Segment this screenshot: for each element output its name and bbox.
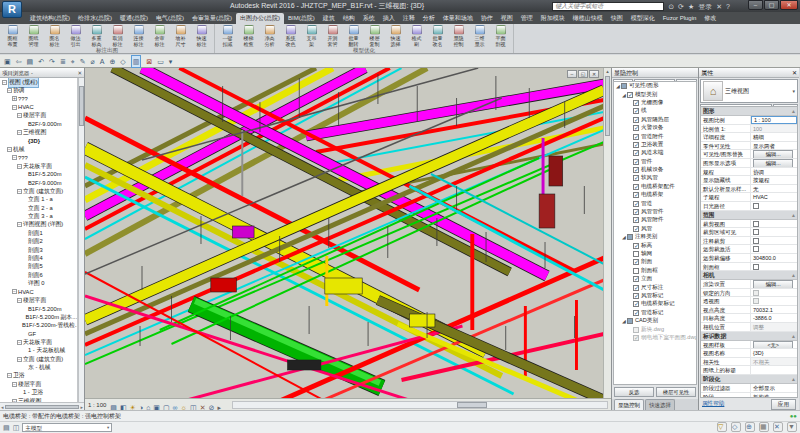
viewport-vertical-scrollbar[interactable]: ▴ xyxy=(603,68,611,398)
view-window-button[interactable]: ◱ xyxy=(578,70,588,78)
panel-tab[interactable]: 显隐控制 xyxy=(614,399,644,410)
visibility-tree-item[interactable]: 立面 xyxy=(614,275,696,283)
ribbon-tab[interactable]: 分析 xyxy=(419,13,439,24)
expand-icon[interactable]: − xyxy=(12,155,17,160)
ribbon-tab[interactable]: 附加模块 xyxy=(537,13,569,24)
ribbon-button[interactable]: 开洞套管 xyxy=(322,25,343,47)
ribbon-tab[interactable]: 橄榄山快模 xyxy=(569,13,607,24)
checkbox[interactable] xyxy=(633,117,639,123)
status-icon[interactable]: ▤ xyxy=(3,424,10,432)
visibility-tree-item[interactable]: 火警设备 xyxy=(614,124,696,132)
viewport-horizontal-scrollbar[interactable] xyxy=(232,401,608,409)
visibility-tree-item[interactable]: 光栅图像 xyxy=(614,99,696,107)
browser-tree-item[interactable]: 详图 0 xyxy=(0,279,77,287)
ribbon-button[interactable]: 取消标注 xyxy=(107,25,128,47)
ribbon-tab[interactable]: Fuzor Plugin xyxy=(659,13,701,24)
ribbon-button[interactable]: 楼层复制 xyxy=(364,25,385,47)
floor-visibility-button[interactable]: 楼层可见性 xyxy=(656,387,696,397)
workset-combo[interactable]: 主模型▾ xyxy=(22,423,112,432)
ribbon-button[interactable]: 支吊架 xyxy=(301,25,322,47)
visibility-tree-item[interactable]: 弱电地下室平面图.dwg xyxy=(614,334,696,342)
visibility-tree-item[interactable]: ◢CAD类别 xyxy=(614,317,696,325)
expand-icon[interactable]: − xyxy=(7,373,12,378)
search-input[interactable] xyxy=(552,2,664,11)
visibility-tree-item[interactable]: 管道附件 xyxy=(614,132,696,140)
checkbox[interactable] xyxy=(633,125,639,131)
expand-icon[interactable]: − xyxy=(7,88,12,93)
browser-tree-item[interactable]: −天花板平面 xyxy=(0,162,77,170)
checkbox[interactable] xyxy=(621,83,627,89)
qat-icon[interactable]: ▭ xyxy=(157,56,164,67)
property-section-header[interactable]: 相机▴ xyxy=(701,271,797,280)
ribbon-button[interactable]: 批量改名 xyxy=(427,25,448,47)
close-icon[interactable]: ✕ xyxy=(77,68,82,77)
visibility-tree-item[interactable]: 电缆桥架配件 xyxy=(614,183,696,191)
visibility-tree-item[interactable]: 剖面框 xyxy=(614,267,696,275)
visibility-tree-item[interactable]: 卫浴装置 xyxy=(614,141,696,149)
favorites-icon[interactable]: ★ xyxy=(688,2,694,11)
ribbon-tab[interactable]: 建筑 xyxy=(319,13,339,24)
edit-button[interactable]: 编辑... xyxy=(753,159,794,167)
ribbon-button[interactable]: 系统改色 xyxy=(280,25,301,47)
checkbox[interactable] xyxy=(633,142,639,148)
ribbon-button[interactable]: 连接标注 xyxy=(128,25,149,47)
expand-icon[interactable]: − xyxy=(17,164,22,169)
minimize-button[interactable]: – xyxy=(748,0,763,10)
ribbon-tab[interactable]: 体量和场地 xyxy=(439,13,477,24)
property-value[interactable] xyxy=(751,366,797,374)
a360-icon[interactable]: ✕ xyxy=(716,2,722,11)
ribbon-button[interactable]: 快速标注 xyxy=(191,25,212,47)
visibility-tree-item[interactable]: 新块.dwg xyxy=(614,325,696,333)
qat-icon[interactable]: ⇦ xyxy=(16,56,22,67)
checkbox[interactable] xyxy=(633,217,639,223)
checkbox[interactable] xyxy=(627,318,633,324)
property-section-header[interactable]: 图形▴ xyxy=(701,107,797,116)
browser-tree-item[interactable]: +??? xyxy=(0,95,77,103)
qat-icon[interactable]: ▣ xyxy=(4,56,11,67)
property-input[interactable]: 1 : 100 xyxy=(751,116,797,124)
visibility-tree-item[interactable]: 软风管 xyxy=(614,174,696,182)
view-window-button[interactable]: – xyxy=(567,70,577,78)
search-icon[interactable]: ⊙ xyxy=(668,2,674,11)
visibility-tree-item[interactable]: 尺寸标注 xyxy=(614,283,696,291)
checkbox[interactable] xyxy=(753,221,759,227)
expand-icon[interactable]: − xyxy=(12,105,17,110)
checkbox[interactable] xyxy=(633,301,639,307)
checkbox[interactable] xyxy=(753,229,759,235)
qat-icon[interactable]: ▤ xyxy=(27,56,34,67)
visibility-tree-item[interactable]: 电缆桥架标记 xyxy=(614,300,696,308)
property-section-header[interactable]: 标识数据▴ xyxy=(701,332,797,341)
browser-tree-item[interactable]: B1F/-5.200m-管线检... xyxy=(0,321,77,329)
filter-icon[interactable]: ▽ xyxy=(717,422,727,432)
ribbon-button[interactable]: 做法引出 xyxy=(65,25,86,47)
ribbon-button[interactable]: 平面剖视 xyxy=(490,25,511,47)
ribbon-tab[interactable]: 出图办公(总院) xyxy=(236,13,284,24)
checkbox[interactable] xyxy=(633,134,639,140)
ribbon-tab[interactable]: 模型深化 xyxy=(627,13,659,24)
visibility-tree-item[interactable]: 风管隔热层 xyxy=(614,116,696,124)
checkbox[interactable] xyxy=(633,201,639,207)
ribbon-tab[interactable]: 建筑结构(总院) xyxy=(26,13,74,24)
qat-icon[interactable]: A xyxy=(100,56,105,67)
visibility-tree-item[interactable]: 电缆桥架 xyxy=(614,191,696,199)
ribbon-button[interactable]: 格式刷 xyxy=(406,25,427,47)
ribbon-button[interactable]: 墙补尺寸 xyxy=(170,25,191,47)
browser-tree-item[interactable]: {3D} xyxy=(0,137,77,145)
checkbox[interactable] xyxy=(633,108,639,114)
filter-icon[interactable]: ✕ xyxy=(773,422,783,432)
revit-app-button[interactable]: R xyxy=(2,1,22,18)
type-selector[interactable]: ⌂ 三维视图 ▾ xyxy=(700,79,798,103)
ribbon-tab[interactable]: BIM(总院) xyxy=(284,13,319,24)
ribbon-tab[interactable]: 给排水(总院) xyxy=(74,13,116,24)
visibility-tree-item[interactable]: 机械设备 xyxy=(614,166,696,174)
view-window-button[interactable]: ✕ xyxy=(589,70,599,78)
checkbox[interactable] xyxy=(633,159,639,165)
expand-icon[interactable]: − xyxy=(7,147,12,152)
ribbon-tab[interactable]: 协作 xyxy=(477,13,497,24)
ribbon-tab[interactable]: 注释 xyxy=(399,13,419,24)
visibility-tree-item[interactable]: ◢可见性/图形 xyxy=(614,82,696,90)
property-value[interactable]: HVAC xyxy=(751,193,797,201)
checkbox[interactable] xyxy=(633,285,639,291)
visibility-tree-item[interactable]: 线 xyxy=(614,107,696,115)
ribbon-button[interactable]: 快速选择 xyxy=(385,25,406,47)
